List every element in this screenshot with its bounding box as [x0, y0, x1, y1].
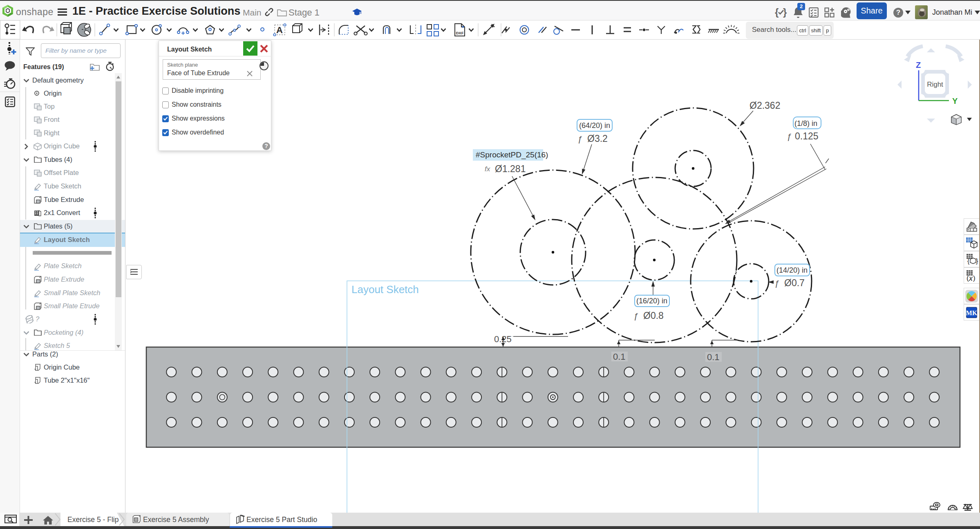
svg-text:Y: Y: [952, 96, 958, 105]
svg-text:ƒ: ƒ: [774, 278, 779, 288]
svg-text:Layout Sketch: Layout Sketch: [351, 283, 419, 296]
svg-text:(14/20) in: (14/20) in: [776, 266, 808, 274]
svg-text:Ø1.281: Ø1.281: [495, 164, 526, 174]
svg-text:Z: Z: [916, 61, 921, 69]
svg-text:MK: MK: [966, 309, 978, 316]
svg-text:{: {: [967, 258, 970, 264]
svg-text:Right: Right: [927, 81, 943, 88]
svg-text:}: }: [783, 7, 787, 18]
svg-text:{: {: [775, 7, 779, 18]
svg-text:Ø0.7: Ø0.7: [784, 278, 805, 288]
svg-text:}: }: [976, 258, 978, 264]
svg-text:(64/20) in: (64/20) in: [579, 121, 610, 130]
svg-text:Ø3.2: Ø3.2: [587, 133, 608, 144]
svg-text:Ø0.8: Ø0.8: [643, 310, 664, 321]
svg-text:ƒ: ƒ: [577, 134, 582, 143]
svg-text:DXF: DXF: [456, 31, 464, 35]
svg-text:(16/20) in: (16/20) in: [636, 297, 667, 305]
svg-text:ƒ: ƒ: [787, 132, 792, 141]
svg-text:0.125: 0.125: [795, 131, 819, 141]
svg-text:0.1: 0.1: [613, 352, 626, 362]
svg-text:ƒ: ƒ: [633, 311, 638, 321]
svg-text:Ø2.362: Ø2.362: [750, 100, 780, 111]
svg-text:#SprocketPD_25(16): #SprocketPD_25(16): [476, 150, 548, 159]
svg-text:): ): [973, 274, 976, 282]
svg-text:(1/8) in: (1/8) in: [794, 119, 817, 128]
svg-text:fx: fx: [485, 165, 490, 173]
svg-text:A: A: [276, 25, 283, 35]
svg-text:0.1: 0.1: [707, 352, 720, 362]
svg-text:x: x: [969, 274, 973, 282]
